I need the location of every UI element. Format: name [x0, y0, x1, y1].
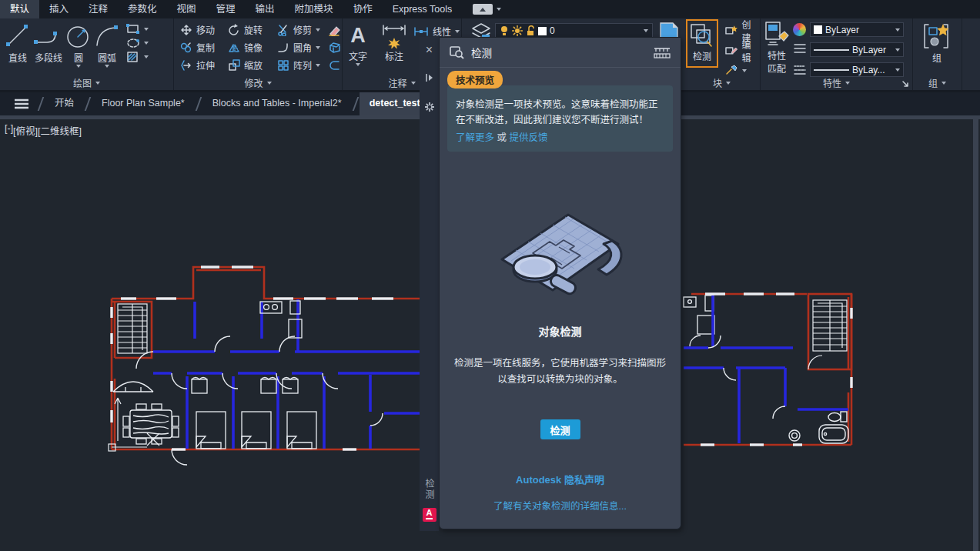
- join-button[interactable]: [325, 56, 342, 74]
- trim-dropdown-arrow-icon[interactable]: [316, 28, 320, 32]
- trim-icon: [277, 24, 289, 36]
- viewport-controls: [-] [俯视] [二维线框]: [5, 123, 82, 138]
- doc-tab-blocks-and-tables[interactable]: Blocks and Tables - Imperial2*: [202, 92, 352, 115]
- viewport-view-control[interactable]: [俯视]: [13, 123, 38, 138]
- menu-tab-manage[interactable]: 管理: [206, 0, 246, 18]
- layer-unlock-icon[interactable]: [526, 25, 535, 36]
- ellipse-button[interactable]: [126, 38, 149, 48]
- start-tab[interactable]: 开始: [45, 92, 84, 115]
- layer-combo-arrow-icon[interactable]: [644, 29, 648, 32]
- linear-dropdown-arrow-icon[interactable]: [455, 30, 460, 33]
- layer-on-bulb-icon[interactable]: [500, 25, 509, 36]
- palette-detect-button[interactable]: 检测: [540, 419, 580, 439]
- array-button[interactable]: 阵列: [274, 56, 325, 74]
- block-create-icon: [725, 25, 738, 36]
- palette-title: 检测: [471, 45, 492, 60]
- properties-panel-label[interactable]: 特性: [761, 76, 912, 89]
- copy-button[interactable]: 复制: [177, 38, 225, 56]
- groups-panel-label[interactable]: 组: [913, 76, 962, 89]
- array-dropdown-arrow-icon[interactable]: [316, 64, 320, 67]
- tab-separator: [38, 97, 45, 111]
- feedback-link[interactable]: 提供反馈: [510, 132, 548, 143]
- palette-autohide-icon[interactable]: [424, 68, 435, 88]
- palette-close-icon[interactable]: ×: [426, 40, 433, 60]
- menu-tab-insert[interactable]: 插入: [39, 0, 79, 18]
- draw-panel-arrow-icon: [95, 82, 100, 85]
- object-detection-heading: 对象检测: [440, 323, 681, 339]
- collapse-options-arrow-icon[interactable]: [497, 8, 501, 11]
- ribbon-group-draw: 直线 多段线 圆 圆弧: [0, 18, 174, 90]
- rectangle-button[interactable]: [126, 24, 149, 35]
- modify-panel-label[interactable]: 修改: [174, 76, 342, 89]
- ribbon-collapse-button[interactable]: [473, 4, 493, 15]
- properties-expander-icon[interactable]: [901, 80, 909, 88]
- modify-panel-arrow-icon: [267, 82, 272, 85]
- palette-vertical-title: 检测: [423, 479, 436, 500]
- ribbon-group-properties: 特性 匹配 ByLayer ByLayer ByLay... 特性: [761, 18, 913, 90]
- draw-panel-label[interactable]: 绘图: [0, 76, 173, 89]
- move-button[interactable]: 移动: [177, 21, 225, 38]
- text-dropdown-arrow-icon[interactable]: [356, 63, 360, 66]
- block-edit-button[interactable]: 编辑: [722, 42, 760, 59]
- detect-icon: [689, 22, 715, 48]
- hatch-icon: [126, 52, 140, 62]
- menu-tab-view[interactable]: 视图: [167, 0, 206, 18]
- detect-palette: 检测 技术预览 对象检测是一项技术预览。这意味着检测功能正在不断改进，因此我们建…: [439, 37, 681, 529]
- hatch-button[interactable]: [126, 52, 149, 62]
- ellipse-dropdown-arrow-icon[interactable]: [144, 42, 149, 45]
- group-button[interactable]: 组: [922, 20, 952, 64]
- palette-settings-icon[interactable]: [424, 97, 435, 117]
- hatch-dropdown-arrow-icon[interactable]: [144, 55, 149, 58]
- rectangle-dropdown-arrow-icon[interactable]: [144, 28, 149, 31]
- layer-select-combo[interactable]: 0: [495, 23, 653, 38]
- match-properties-button[interactable]: 特性 匹配: [764, 21, 790, 75]
- text-icon: A: [350, 22, 366, 48]
- stretch-icon: [180, 59, 192, 72]
- fillet-dropdown-arrow-icon[interactable]: [316, 46, 320, 49]
- layer-thaw-sun-icon[interactable]: [512, 25, 523, 36]
- menu-tab-annotate[interactable]: 注释: [79, 0, 118, 18]
- viewport-menu-control[interactable]: [-]: [5, 123, 13, 138]
- ribbon-group-modify: 移动 旋转 修剪 复制 镜像: [174, 18, 343, 90]
- linetype-combo[interactable]: ByLayer: [810, 42, 904, 57]
- ellipse-icon: [126, 38, 140, 48]
- text-button[interactable]: A 文字: [349, 20, 367, 66]
- palette-detect-icon: [449, 45, 464, 59]
- palette-scale-icon[interactable]: [653, 46, 671, 58]
- menu-tab-output[interactable]: 输出: [246, 0, 285, 18]
- menu-tab-collaborate[interactable]: 协作: [343, 0, 383, 18]
- explode-button[interactable]: [325, 38, 342, 56]
- lineweight-sample: [814, 69, 849, 71]
- trim-button[interactable]: 修剪: [274, 21, 325, 38]
- erase-button[interactable]: [325, 21, 342, 38]
- object-color-combo[interactable]: ByLayer: [810, 22, 904, 37]
- linear-dimension-button[interactable]: 线性: [413, 25, 460, 38]
- doc-tab-floor-plan-sample[interactable]: Floor Plan Sample*: [92, 92, 195, 115]
- rotate-button[interactable]: 旋转: [225, 21, 274, 38]
- menu-tab-addins[interactable]: 附加模块: [285, 0, 343, 18]
- menu-tab-express-tools[interactable]: Express Tools: [383, 0, 463, 18]
- stretch-button[interactable]: 拉伸: [177, 56, 225, 74]
- menu-tab-home[interactable]: 默认: [0, 0, 39, 18]
- privacy-statement-link[interactable]: Autodesk 隐私声明: [440, 472, 681, 486]
- lineweight-combo[interactable]: ByLay...: [810, 62, 904, 77]
- viewport-visual-style-control[interactable]: [二维线框]: [38, 123, 82, 138]
- mirror-button[interactable]: 镜像: [225, 38, 274, 56]
- menu-tab-parametric[interactable]: 参数化: [118, 0, 167, 18]
- fillet-button[interactable]: 圆角: [274, 38, 325, 56]
- array-icon: [277, 59, 289, 72]
- block-attributes-arrow-icon[interactable]: [742, 69, 747, 72]
- hamburger-menu-icon[interactable]: [14, 99, 29, 109]
- scale-button[interactable]: 缩放: [225, 56, 274, 74]
- group-icon: [922, 22, 952, 50]
- dimension-button[interactable]: 标注: [380, 20, 409, 62]
- palette-header: 检测: [440, 38, 681, 68]
- detection-details-link[interactable]: 了解有关对象检测的详细信息...: [440, 498, 681, 513]
- arc-dropdown-arrow-icon[interactable]: [105, 65, 109, 68]
- block-panel-label[interactable]: 块: [684, 76, 760, 89]
- learn-more-link[interactable]: 了解更多: [456, 132, 494, 143]
- layer-color-swatch[interactable]: [538, 27, 547, 35]
- linear-dim-icon: [413, 27, 429, 36]
- detect-ribbon-button[interactable]: 检测: [686, 19, 718, 68]
- circle-dropdown-arrow-icon[interactable]: [76, 65, 81, 68]
